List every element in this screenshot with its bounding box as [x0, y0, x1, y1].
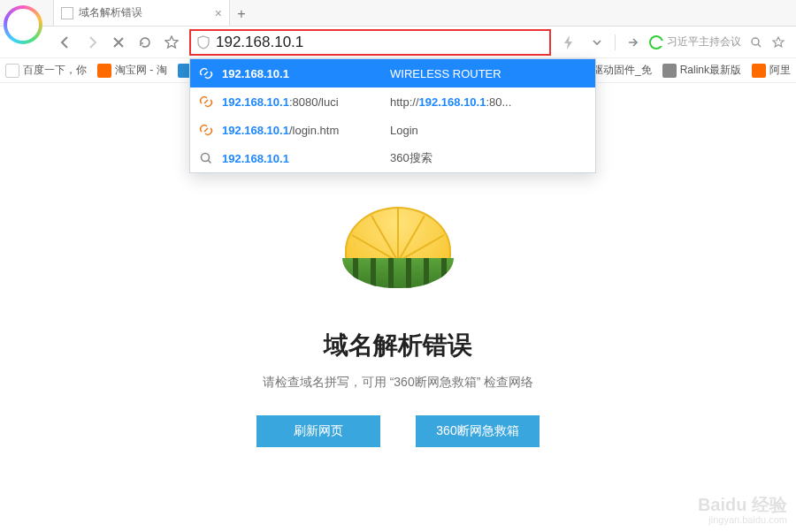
flash-icon[interactable]	[556, 30, 581, 55]
suggestion-url: 192.168.10.1	[222, 67, 390, 80]
suggestion-title: Login	[390, 124, 418, 137]
suggestion-url: 192.168.10.1	[222, 152, 390, 165]
link-icon	[199, 123, 213, 137]
forward-button[interactable]	[80, 30, 104, 55]
bookmark-label: 百度一下，你	[23, 63, 87, 78]
go-button[interactable]	[621, 30, 646, 55]
search-engine-icon	[649, 35, 663, 49]
tab-bar: 域名解析错误 × +	[0, 0, 796, 27]
dropdown-button[interactable]	[585, 30, 609, 55]
address-suggestions: 192.168.10.1WIRELESS ROUTER192.168.10.1:…	[189, 58, 596, 173]
error-subtitle: 请检查域名拼写，可用 “360断网急救箱” 检查网络	[263, 375, 533, 391]
search-icon	[750, 36, 762, 49]
favicon-icon	[97, 64, 111, 78]
address-bar[interactable]	[189, 29, 551, 56]
address-input[interactable]	[216, 34, 544, 51]
favorite-button[interactable]	[159, 30, 184, 55]
browser-tab[interactable]: 域名解析错误 ×	[53, 0, 230, 26]
watermark-text: Baidu 经验	[698, 495, 787, 514]
favicon-icon	[752, 64, 766, 78]
bookmark-item[interactable]: Ralink最新版	[662, 63, 741, 78]
bookmark-item[interactable]: 百度一下，你	[5, 63, 87, 78]
bookmark-label: 淘宝网 - 淘	[115, 63, 167, 78]
browser-logo	[4, 5, 53, 55]
stop-button[interactable]	[106, 30, 131, 55]
back-button[interactable]	[53, 30, 78, 55]
star-bookmark-button[interactable]	[766, 30, 791, 55]
suggestion-title: WIRELESS ROUTER	[390, 67, 501, 80]
logo-icon	[4, 5, 42, 44]
bookmark-item[interactable]: 阿里	[752, 63, 791, 78]
bookmark-label: 阿里	[769, 63, 791, 78]
close-tab-button[interactable]: ×	[215, 6, 222, 20]
watermark: Baidu 经验 jingyan.baidu.com	[698, 495, 787, 525]
suggestion-item[interactable]: 192.168.10.1:8080/lucihttp://192.168.10.…	[190, 87, 595, 116]
new-tab-button[interactable]: +	[230, 6, 253, 26]
refresh-button[interactable]: 刷新网页	[256, 415, 380, 447]
page-icon	[61, 7, 73, 19]
link-icon	[199, 66, 213, 80]
suggestion-url: 192.168.10.1:8080/luci	[222, 95, 390, 109]
svg-point-0	[752, 38, 759, 45]
bookmark-label: 驱动固件_免	[593, 63, 652, 78]
link-icon	[199, 95, 213, 109]
search-engine-box[interactable]: 习近平主持会议	[649, 34, 762, 49]
tab-title: 域名解析错误	[79, 5, 142, 20]
nav-toolbar: 习近平主持会议	[0, 27, 796, 58]
search-placeholder: 习近平主持会议	[667, 34, 746, 49]
suggestion-title: 360搜索	[390, 150, 432, 166]
suggestion-item[interactable]: 192.168.10.1WIRELESS ROUTER	[190, 59, 595, 87]
bookmark-label: Ralink最新版	[680, 63, 741, 78]
suggestion-title: http://192.168.10.1:80...	[390, 95, 511, 109]
melon-icon	[336, 207, 460, 304]
suggestion-url: 192.168.10.1/login.htm	[222, 124, 390, 137]
bookmark-item[interactable]: 淘宝网 - 淘	[97, 63, 167, 78]
favicon-icon	[5, 64, 19, 78]
error-title: 域名解析错误	[324, 329, 472, 362]
suggestion-item[interactable]: 192.168.10.1/login.htmLogin	[190, 116, 595, 144]
reload-button[interactable]	[133, 30, 157, 55]
svg-point-1	[202, 154, 210, 162]
suggestion-item[interactable]: 192.168.10.1360搜索	[190, 144, 595, 172]
favicon-icon	[662, 64, 677, 78]
shield-icon	[196, 35, 210, 49]
search-icon	[199, 151, 213, 165]
rescue-button[interactable]: 360断网急救箱	[416, 415, 540, 447]
watermark-sub: jingyan.baidu.com	[698, 514, 787, 525]
